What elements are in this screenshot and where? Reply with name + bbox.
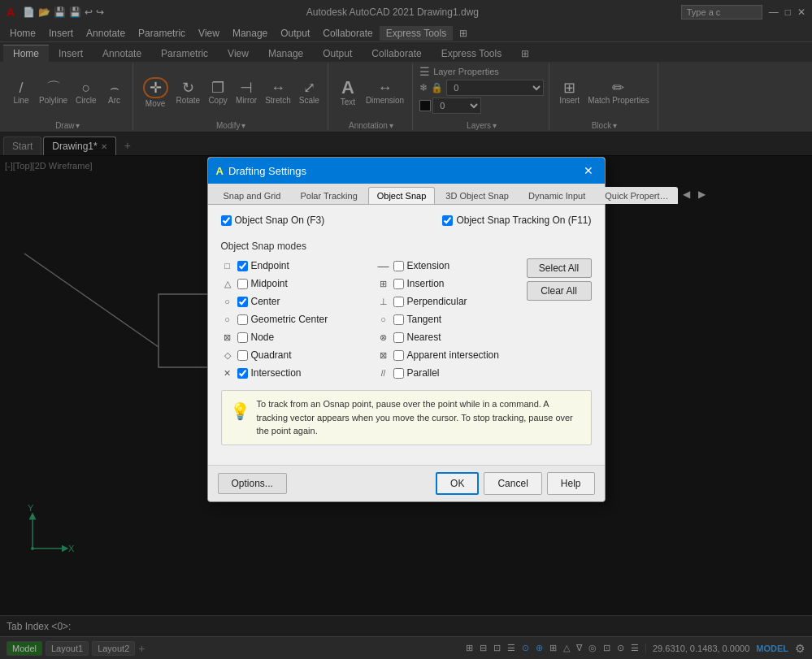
snap-endpoint: □ Endpoint (221, 258, 364, 273)
options-button[interactable]: Options... (218, 473, 287, 494)
quadrant-checkbox[interactable] (237, 350, 248, 361)
snap-modes-left: □ Endpoint △ Midpoint ○ (221, 258, 364, 380)
dialog-title-icon: A (216, 165, 224, 177)
object-snap-tracking-on-label: Object Snap Tracking On (F11) (456, 215, 591, 226)
quadrant-label: Quadrant (251, 349, 292, 361)
parallel-label: Parallel (407, 367, 440, 379)
nearest-shape-icon: ⊗ (377, 331, 390, 344)
dialog-title-area: A Drafting Settings (216, 165, 307, 177)
dialog-tab-quick-props[interactable]: Quick Propert… (596, 187, 677, 204)
snap-parallel: // Parallel (377, 366, 520, 380)
tangent-shape-icon: ○ (377, 313, 390, 326)
snap-apparent-intersection: ⊠ Apparent intersection (377, 348, 520, 362)
object-snap-on-checkbox[interactable] (221, 215, 232, 226)
insertion-checkbox[interactable] (393, 279, 404, 289)
midpoint-label: Midpoint (251, 278, 288, 289)
snap-extension: — Extension (377, 258, 520, 273)
object-snap-tracking-on-row: Object Snap Tracking On (F11) (442, 215, 591, 226)
snap-modes-grid: □ Endpoint △ Midpoint ○ (221, 258, 520, 380)
dialog-tab-snap-grid[interactable]: Snap and Grid (215, 187, 290, 204)
snap-node: ⊠ Node (221, 330, 364, 345)
dialog-footer-right: OK Cancel Help (436, 472, 594, 495)
info-text: To track from an Osnap point, pause over… (257, 397, 583, 438)
dialog-titlebar: A Drafting Settings ✕ (208, 158, 605, 184)
node-label: Node (251, 332, 275, 343)
dialog-tab-polar[interactable]: Polar Tracking (291, 187, 366, 204)
snap-geometric-center: ○ Geometric Center (221, 312, 364, 327)
intersection-shape-icon: ✕ (221, 366, 234, 379)
insertion-label: Insertion (407, 278, 445, 289)
geometric-center-label: Geometric Center (251, 314, 328, 325)
dialog-title: Drafting Settings (228, 165, 306, 177)
intersection-checkbox[interactable] (237, 368, 248, 379)
info-box: 💡 To track from an Osnap point, pause ov… (221, 390, 592, 445)
node-shape-icon: ⊠ (221, 331, 234, 344)
dialog-tabs: Snap and Grid Polar Tracking Object Snap… (208, 184, 605, 205)
info-lightbulb-icon: 💡 (230, 399, 250, 423)
snap-insertion: ⊞ Insertion (377, 276, 520, 291)
tangent-checkbox[interactable] (393, 314, 404, 325)
snap-quadrant: ◇ Quadrant (221, 348, 364, 362)
center-checkbox[interactable] (237, 297, 248, 307)
apparent-intersection-shape-icon: ⊠ (377, 349, 390, 362)
center-shape-icon: ○ (221, 295, 234, 308)
object-snap-tracking-on-checkbox[interactable] (442, 215, 453, 226)
dialog-tab-3d-snap[interactable]: 3D Object Snap (436, 187, 518, 204)
snap-modes-label: Object Snap modes (221, 241, 592, 252)
snap-nearest: ⊗ Nearest (377, 330, 520, 345)
tabs-next-arrow[interactable]: ▶ (695, 187, 709, 204)
perpendicular-checkbox[interactable] (393, 297, 404, 307)
dialog-tab-dynamic-input[interactable]: Dynamic Input (519, 187, 594, 204)
dialog-tab-object-snap[interactable]: Object Snap (368, 187, 436, 204)
parallel-checkbox[interactable] (393, 368, 404, 379)
quadrant-shape-icon: ◇ (221, 349, 234, 362)
help-button[interactable]: Help (547, 472, 595, 495)
center-label: Center (251, 296, 280, 307)
extension-label: Extension (407, 260, 450, 271)
parallel-shape-icon: // (377, 366, 390, 379)
endpoint-label: Endpoint (251, 260, 289, 271)
apparent-intersection-label: Apparent intersection (407, 349, 499, 361)
endpoint-shape-icon: □ (221, 259, 234, 272)
cancel-button[interactable]: Cancel (484, 472, 541, 495)
intersection-label: Intersection (251, 367, 302, 379)
nearest-label: Nearest (407, 332, 441, 343)
insertion-shape-icon: ⊞ (377, 277, 390, 290)
tangent-label: Tangent (407, 314, 442, 325)
snap-modes-right: — Extension ⊞ Insertion ⊥ (377, 258, 520, 380)
node-checkbox[interactable] (237, 332, 248, 343)
geometric-center-checkbox[interactable] (237, 314, 248, 325)
nearest-checkbox[interactable] (393, 332, 404, 343)
dialog-body: Object Snap On (F3) Object Snap Tracking… (208, 205, 605, 465)
select-all-button[interactable]: Select All (527, 258, 592, 278)
snap-action-buttons: Select All Clear All (527, 258, 592, 390)
dialog-close-button[interactable]: ✕ (580, 163, 597, 179)
clear-all-button[interactable]: Clear All (527, 281, 592, 301)
object-snap-on-row: Object Snap On (F3) (221, 215, 325, 226)
perpendicular-label: Perpendicular (407, 296, 467, 307)
geometric-center-shape-icon: ○ (221, 313, 234, 326)
snap-center: ○ Center (221, 294, 364, 309)
apparent-intersection-checkbox[interactable] (393, 350, 404, 361)
snap-perpendicular: ⊥ Perpendicular (377, 294, 520, 309)
dialog-footer: Options... OK Cancel Help (208, 465, 605, 501)
extension-shape-icon: — (377, 259, 390, 272)
snap-tangent: ○ Tangent (377, 312, 520, 327)
tabs-prev-arrow[interactable]: ◀ (680, 187, 693, 204)
snap-intersection: ✕ Intersection (221, 366, 364, 380)
object-snap-on-label: Object Snap On (F3) (235, 215, 325, 226)
midpoint-checkbox[interactable] (237, 279, 248, 289)
midpoint-shape-icon: △ (221, 277, 234, 290)
extension-checkbox[interactable] (393, 261, 404, 271)
dialog-overlay: A Drafting Settings ✕ Snap and Grid Pola… (0, 0, 812, 659)
ok-button[interactable]: OK (436, 472, 479, 495)
snap-midpoint: △ Midpoint (221, 276, 364, 291)
endpoint-checkbox[interactable] (237, 261, 248, 271)
perpendicular-shape-icon: ⊥ (377, 295, 390, 308)
drafting-settings-dialog: A Drafting Settings ✕ Snap and Grid Pola… (207, 157, 606, 502)
